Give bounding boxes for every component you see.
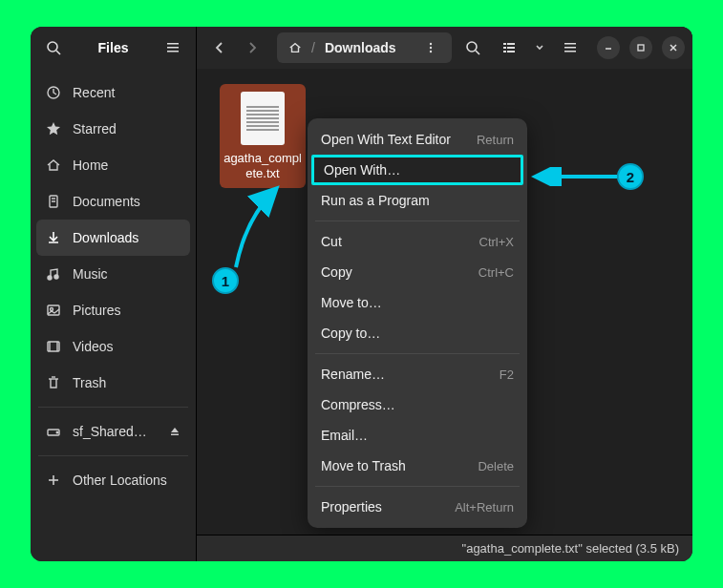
file-item[interactable]: agatha_complete.txt — [220, 84, 306, 188]
menu-open-with[interactable]: Open With… — [311, 155, 523, 185]
sidebar-item-recent[interactable]: Recent — [36, 74, 190, 111]
menu-rename[interactable]: Rename… F2 — [308, 359, 527, 389]
sidebar-menu-button[interactable] — [158, 32, 188, 63]
hamburger-icon — [563, 40, 578, 55]
svg-rect-34 — [564, 51, 576, 52]
menu-item-label: Run as a Program — [321, 193, 430, 208]
svg-point-21 — [430, 43, 432, 45]
view-list-icon — [501, 40, 517, 55]
sidebar-item-music[interactable]: Music — [36, 256, 190, 292]
context-menu: Open With Text Editor Return Open With… … — [308, 118, 527, 528]
menu-item-label: Copy — [321, 264, 352, 280]
search-icon — [46, 40, 61, 55]
sidebar-separator — [38, 455, 188, 456]
menu-run-as-program[interactable]: Run as a Program — [308, 185, 527, 216]
kebab-icon — [424, 41, 437, 54]
path-menu-button[interactable] — [415, 32, 446, 63]
sidebar: Files Recent Starred Home Documents — [31, 27, 197, 561]
menu-item-label: Open With Text Editor — [321, 132, 451, 147]
sidebar-item-pictures[interactable]: Pictures — [36, 292, 190, 328]
sidebar-item-home[interactable]: Home — [36, 147, 190, 183]
sidebar-header: Files — [31, 27, 196, 69]
view-list-button[interactable] — [494, 32, 524, 63]
hamburger-button[interactable] — [555, 32, 585, 63]
downloads-icon — [46, 230, 61, 245]
menu-compress[interactable]: Compress… — [308, 389, 527, 420]
menu-cut[interactable]: Cut Ctrl+X — [308, 226, 527, 257]
sidebar-item-other-locations[interactable]: Other Locations — [36, 462, 190, 498]
pictures-icon — [46, 303, 61, 318]
list-icon — [165, 40, 181, 55]
minimize-button[interactable] — [597, 36, 620, 59]
menu-copy[interactable]: Copy Ctrl+C — [308, 257, 527, 287]
statusbar-text: "agatha_complete.txt" selected (3.5 kB) — [462, 541, 679, 556]
pathbar[interactable]: / Downloads — [277, 32, 452, 63]
path-current[interactable]: Downloads — [317, 34, 404, 61]
close-icon — [669, 43, 678, 52]
svg-point-17 — [56, 431, 58, 433]
star-icon — [46, 121, 61, 136]
menu-item-label: Open With… — [324, 162, 400, 178]
svg-rect-33 — [564, 47, 576, 49]
menu-item-label: Compress… — [321, 397, 395, 412]
menu-email[interactable]: Email… — [308, 420, 527, 451]
sidebar-item-label: Downloads — [73, 230, 138, 245]
plus-icon — [46, 472, 61, 488]
svg-rect-26 — [503, 43, 506, 45]
svg-line-25 — [476, 51, 479, 54]
sidebar-item-downloads[interactable]: Downloads — [36, 220, 190, 256]
menu-properties[interactable]: Properties Alt+Return — [308, 492, 527, 522]
sidebar-item-label: Starred — [73, 121, 117, 136]
menu-move-to[interactable]: Move to… — [308, 287, 527, 318]
sidebar-title: Files — [73, 40, 154, 55]
home-icon — [46, 158, 61, 173]
sidebar-item-videos[interactable]: Videos — [36, 328, 190, 365]
svg-line-1 — [56, 51, 60, 54]
chevron-right-icon — [245, 41, 259, 54]
svg-rect-18 — [171, 434, 179, 436]
sidebar-item-starred[interactable]: Starred — [36, 111, 190, 147]
forward-button[interactable] — [237, 32, 267, 63]
files-window: Files Recent Starred Home Documents — [31, 27, 692, 561]
trash-icon — [46, 375, 61, 390]
eject-button[interactable] — [169, 426, 181, 437]
path-home[interactable] — [281, 34, 309, 61]
svg-rect-36 — [638, 45, 644, 51]
back-button[interactable] — [204, 32, 235, 63]
menu-item-shortcut: Alt+Return — [455, 500, 514, 514]
sidebar-item-documents[interactable]: Documents — [36, 183, 190, 220]
sidebar-item-mount[interactable]: sf_Shared… — [36, 413, 190, 450]
sidebar-item-trash[interactable]: Trash — [36, 365, 190, 401]
menu-separator — [315, 486, 520, 487]
svg-point-10 — [54, 275, 58, 279]
svg-rect-3 — [167, 47, 179, 49]
svg-point-22 — [430, 47, 432, 49]
view-dropdown-button[interactable] — [530, 32, 549, 63]
sidebar-item-label: Pictures — [73, 303, 121, 318]
menu-item-shortcut: F2 — [500, 368, 514, 382]
menu-item-label: Properties — [321, 499, 382, 514]
svg-point-9 — [48, 276, 52, 280]
chevron-left-icon — [213, 41, 226, 54]
svg-rect-30 — [503, 51, 506, 52]
close-button[interactable] — [662, 36, 685, 59]
sidebar-item-label: Music — [73, 266, 108, 282]
menu-move-to-trash[interactable]: Move to Trash Delete — [308, 451, 527, 481]
chevron-down-icon — [535, 43, 544, 52]
sidebar-item-label: Other Locations — [73, 472, 167, 488]
maximize-button[interactable] — [629, 36, 652, 59]
menu-copy-to[interactable]: Copy to… — [308, 318, 527, 348]
search-icon — [465, 40, 480, 55]
svg-point-0 — [48, 42, 57, 52]
menu-open-with-text-editor[interactable]: Open With Text Editor Return — [308, 124, 527, 155]
menu-item-shortcut: Return — [477, 133, 514, 147]
statusbar: "agatha_complete.txt" selected (3.5 kB) — [197, 535, 692, 561]
search-button[interactable] — [38, 32, 69, 63]
svg-rect-29 — [507, 47, 515, 49]
search-toggle-button[interactable] — [457, 32, 488, 63]
sidebar-item-label: sf_Shared… — [73, 424, 147, 439]
menu-item-label: Email… — [321, 428, 368, 443]
svg-point-23 — [430, 51, 432, 52]
file-name-label: agatha_complete.txt — [223, 151, 302, 182]
menu-separator — [315, 220, 520, 221]
